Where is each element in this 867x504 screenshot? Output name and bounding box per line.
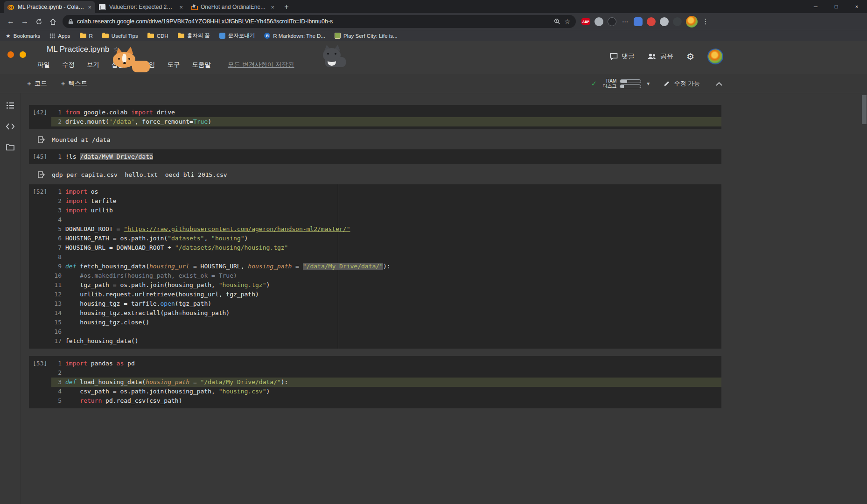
code-line[interactable]: 3def load_housing_data(housing_path = "/… (51, 378, 721, 387)
comments-button[interactable]: 댓글 (610, 52, 635, 61)
resources-dropdown-icon[interactable]: ▾ (647, 80, 650, 87)
table-of-contents-icon[interactable] (6, 102, 14, 109)
tab-valueerror[interactable]: ValueError: Expected 2D array, g... × (95, 1, 187, 13)
code-cell[interactable]: [53]1import pandas as pd23def load_housi… (29, 356, 721, 408)
share-button[interactable]: 공유 (648, 52, 673, 61)
extension-icon[interactable] (594, 17, 603, 26)
extension-icon[interactable] (673, 17, 682, 26)
code-line[interactable]: 2import tarfile (51, 196, 721, 206)
forward-button[interactable]: → (18, 14, 32, 28)
code-line[interactable]: 15 housing_tgz.close() (51, 318, 721, 327)
tab-close-icon[interactable]: × (179, 4, 183, 11)
code-cell[interactable]: [42]1from google.colab import drive2driv… (29, 105, 721, 129)
address-bar[interactable]: colab.research.google.com/drive/19PVBK7o… (63, 15, 576, 28)
adblock-extension-icon[interactable]: ABP (581, 18, 590, 25)
edit-mode-button[interactable]: 수정 가능 (664, 79, 700, 88)
code-line[interactable]: 2 (51, 368, 721, 378)
code-editor[interactable]: 1from google.colab import drive2drive.mo… (51, 108, 721, 126)
bookmark-item-apps[interactable]: Apps (49, 33, 70, 39)
code-cell[interactable]: [52]1import os2import tarfile3import url… (29, 184, 721, 349)
menu-tools[interactable]: 도구 (168, 61, 180, 69)
menu-file[interactable]: 파일 (37, 61, 50, 69)
minimize-button[interactable]: ─ (805, 0, 826, 13)
bookmark-star-icon[interactable]: ☆ (564, 18, 570, 25)
refresh-button[interactable] (32, 14, 46, 28)
code-line[interactable]: 5DOWNLOAD_ROOT = "https://raw.githubuser… (51, 224, 721, 234)
code-snippets-icon[interactable] (6, 123, 14, 130)
colab-logo[interactable] (7, 47, 35, 67)
zoom-icon[interactable] (554, 18, 560, 25)
bookmark-item-sms[interactable]: 문자보내기 (219, 32, 255, 39)
account-avatar[interactable] (707, 49, 723, 64)
code-line[interactable]: 4 (51, 215, 721, 224)
code-line[interactable]: 9def fetch_housing_data(housing_url = HO… (51, 262, 721, 271)
menu-runtime[interactable]: 런타임 (136, 61, 155, 69)
code-line[interactable]: 3import urllib (51, 206, 721, 215)
code-line[interactable]: 10 #os.makedirs(housing_path, exist_ok =… (51, 271, 721, 280)
code-line[interactable]: 4 csv_path = os.path.join(housing_path, … (51, 387, 721, 396)
menu-help[interactable]: 도움말 (192, 61, 211, 69)
code-line[interactable]: 17fetch_housing_data() (51, 336, 721, 346)
tab-colab[interactable]: ML Practice.ipynb - Colaboratory × (4, 1, 95, 13)
bookmark-item-rmarkdown[interactable]: RR Markdown: The D... (264, 33, 325, 39)
bookmark-folder-useful-tips[interactable]: Useful Tips (102, 33, 138, 39)
code-line[interactable]: 1import pandas as pd (51, 359, 721, 368)
notebook-title[interactable]: ML Practice.ipynb (47, 45, 109, 54)
bookmark-item-bookmarks[interactable]: ★Bookmarks (6, 33, 40, 39)
code-line[interactable]: 7HOUSING_URL = DOWNLOAD_ROOT + "/dataset… (51, 243, 721, 252)
code-line[interactable]: 1import os (51, 187, 721, 196)
tab-close-icon[interactable]: × (271, 4, 274, 11)
code-line[interactable]: 5 return pd.read_csv(csv_path) (51, 396, 721, 406)
maximize-button[interactable]: □ (826, 0, 846, 13)
extension-icon[interactable] (647, 17, 656, 26)
profile-avatar[interactable] (686, 16, 698, 28)
bookmark-folder-r[interactable]: R (80, 33, 93, 39)
code-editor[interactable]: 1import os2import tarfile3import urllib4… (51, 187, 721, 346)
home-button[interactable] (46, 14, 60, 28)
files-folder-icon[interactable] (6, 144, 14, 151)
save-status[interactable]: 모든 변경사항이 저장됨 (228, 61, 294, 69)
star-notebook-icon[interactable]: ☆ (113, 45, 119, 54)
url-text[interactable]: colab.research.google.com/drive/19PVBK7o… (77, 18, 550, 25)
resource-gauge[interactable]: RAM 디스크 (602, 78, 641, 89)
scrollbar[interactable] (861, 93, 867, 504)
code-line[interactable]: 14 housing_tgz.extractall(path=housing_p… (51, 308, 721, 318)
collapse-toolbar-icon[interactable] (716, 82, 722, 86)
scrollbar-thumb[interactable] (862, 95, 867, 124)
extension-icon[interactable] (634, 17, 643, 26)
code-editor[interactable]: 1!ls /data/My₩ Drive/data (51, 152, 721, 161)
code-line[interactable]: 8 (51, 252, 721, 262)
code-line[interactable]: 12 urllib.request.urlretrieve(housing_ur… (51, 290, 721, 299)
add-code-button[interactable]: + 코드 (27, 79, 47, 88)
bookmark-folder-tea-dream[interactable]: 홍차의 꿈 (178, 32, 210, 39)
execution-count: [52] (29, 187, 51, 346)
extension-icon[interactable] (660, 17, 669, 26)
bookmark-folder-cdh[interactable]: CDH (147, 33, 168, 39)
settings-gear-icon[interactable]: ⚙ (686, 51, 694, 62)
menu-insert[interactable]: 삽입 (112, 61, 124, 69)
bookmark-item-serf-city[interactable]: Play Serf City: Life is... (335, 33, 398, 39)
tab-onehot[interactable]: OneHot and OrdinalEncoder fro... × (187, 1, 278, 13)
code-line[interactable]: 16 (51, 327, 721, 336)
folder-icon (178, 34, 184, 38)
code-editor[interactable]: 1import pandas as pd23def load_housing_d… (51, 359, 721, 406)
code-line[interactable]: 1!ls /data/My₩ Drive/data (51, 152, 721, 161)
code-line[interactable]: 2drive.mount('/data', force_remount=True… (51, 117, 721, 126)
code-cell[interactable]: [45]1!ls /data/My₩ Drive/data (29, 149, 721, 164)
extensions-menu-icon[interactable]: ⋯ (621, 17, 629, 26)
menu-edit[interactable]: 수정 (62, 61, 75, 69)
code-line[interactable]: 13 housing_tgz = tarfile.open(tgz_path) (51, 299, 721, 308)
notebook-scroll-area[interactable]: [42]1from google.colab import drive2driv… (21, 93, 861, 504)
menu-view[interactable]: 보기 (87, 61, 99, 69)
back-button[interactable]: ← (4, 14, 18, 28)
code-line[interactable]: 11 tgz_path = os.path.join(housing_path,… (51, 280, 721, 290)
browser-tab-bar: ML Practice.ipynb - Colaboratory × Value… (0, 0, 867, 13)
tab-close-icon[interactable]: × (88, 4, 91, 11)
add-text-button[interactable]: + 텍스트 (61, 79, 87, 88)
code-line[interactable]: 1from google.colab import drive (51, 108, 721, 117)
browser-menu-icon[interactable]: ⋮ (702, 17, 709, 26)
close-button[interactable]: × (846, 0, 867, 13)
code-line[interactable]: 6HOUSING_PATH = os.path.join("datasets",… (51, 234, 721, 243)
extension-icon[interactable] (608, 17, 616, 26)
new-tab-button[interactable]: + (281, 1, 292, 13)
